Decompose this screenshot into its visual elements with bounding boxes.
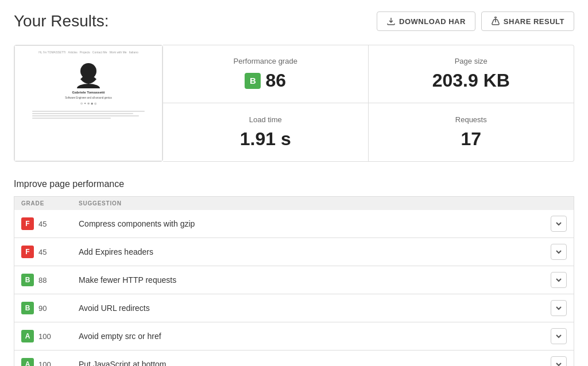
mockup-text-lines	[32, 111, 144, 119]
chevron-down-icon	[555, 305, 562, 312]
expand-button[interactable]	[551, 216, 567, 232]
table-row: B 90 Avoid URL redirects	[14, 294, 574, 322]
page-title: Your Results:	[14, 12, 109, 30]
chevron-down-icon	[555, 277, 562, 283]
expand-button[interactable]	[551, 300, 567, 316]
suggestion-text: Add Expires headers	[79, 247, 551, 256]
mockup-subtitle: Software Engineer and all-around genius	[65, 96, 112, 99]
table-row: F 45 Add Expires headers	[14, 238, 574, 266]
download-icon	[386, 17, 396, 26]
row-grade-badge: F	[21, 246, 34, 258]
row-grade-badge: F	[21, 217, 34, 230]
row-score: 90	[38, 304, 47, 313]
table-row: B 88 Make fewer HTTP requests	[14, 266, 574, 294]
improve-section: Improve page performance GRADE SUGGESTIO…	[14, 179, 574, 366]
grade-col: B 88	[21, 274, 79, 286]
table-header: GRADE SUGGESTION	[14, 196, 574, 210]
page-container: Your Results: DOWNLOAD HAR SHARE RESULT	[0, 0, 588, 366]
profile-silhouette	[75, 59, 102, 88]
chevron-down-icon	[555, 361, 562, 366]
performance-grade-card: Performance grade B 86	[163, 45, 369, 103]
table-row: A 100 Put JavaScript at bottom	[14, 351, 574, 366]
suggestion-text: Avoid empty src or href	[79, 332, 551, 341]
suggestion-text: Compress components with gzip	[79, 219, 551, 228]
page-size-value: 203.9 KB	[432, 70, 510, 91]
row-grade-badge: A	[21, 330, 34, 342]
share-icon	[491, 17, 500, 26]
suggestion-text: Make fewer HTTP requests	[79, 275, 551, 285]
row-score: 45	[38, 220, 47, 228]
grade-col: A 100	[21, 358, 79, 366]
load-time-label: Load time	[249, 115, 282, 124]
svg-point-0	[77, 84, 100, 88]
grade-col: F 45	[21, 217, 79, 230]
grade-col: B 90	[21, 302, 79, 314]
mockup-social-icons: ⊙✦⊕◉◎	[80, 102, 96, 105]
expand-button[interactable]	[551, 272, 567, 288]
performance-grade-label: Performance grade	[234, 57, 297, 65]
requests-card: Requests 17	[369, 103, 574, 161]
load-time-card: Load time 1.91 s	[163, 103, 369, 161]
grade-col: F 45	[21, 246, 79, 258]
grade-col: A 100	[21, 330, 79, 342]
expand-button[interactable]	[551, 356, 567, 366]
results-row: Hi, I'm TOMASSETTI Articles Projects Con…	[14, 45, 574, 162]
table-row: F 45 Compress components with gzip	[14, 210, 574, 238]
suggestion-text: Put JavaScript at bottom	[79, 360, 551, 366]
row-score: 100	[38, 332, 51, 341]
metrics-grid: Performance grade B 86 Page size 203.9 K…	[163, 45, 574, 162]
header-buttons: DOWNLOAD HAR SHARE RESULT	[377, 11, 574, 31]
share-btn-label: SHARE RESULT	[504, 17, 564, 26]
performance-grade-value: B 86	[245, 70, 286, 91]
improve-title: Improve page performance	[14, 179, 574, 189]
header: Your Results: DOWNLOAD HAR SHARE RESULT	[14, 11, 574, 31]
grade-number: 86	[265, 70, 286, 91]
requests-value: 17	[461, 129, 481, 150]
col-header-suggestion: SUGGESTION	[79, 200, 567, 207]
website-mockup: Hi, I'm TOMASSETTI Articles Projects Con…	[14, 45, 163, 161]
mockup-name: Gabriele Tomassetti	[72, 91, 105, 94]
row-grade-badge: B	[21, 274, 34, 286]
svg-point-2	[83, 65, 89, 72]
screenshot-card: Hi, I'm TOMASSETTI Articles Projects Con…	[14, 45, 163, 162]
table-row: A 100 Avoid empty src or href	[14, 322, 574, 351]
row-grade-badge: A	[21, 358, 34, 366]
row-grade-badge: B	[21, 302, 34, 314]
load-time-value: 1.91 s	[240, 129, 291, 150]
page-size-card: Page size 203.9 KB	[369, 45, 574, 103]
download-har-button[interactable]: DOWNLOAD HAR	[377, 11, 475, 31]
download-btn-label: DOWNLOAD HAR	[399, 17, 466, 26]
grade-badge-b: B	[245, 73, 261, 89]
suggestion-text: Avoid URL redirects	[79, 303, 551, 313]
share-result-button[interactable]: SHARE RESULT	[481, 11, 574, 31]
requests-label: Requests	[455, 115, 487, 124]
chevron-down-icon	[555, 220, 562, 227]
page-size-label: Page size	[455, 57, 488, 65]
row-score: 100	[38, 360, 51, 367]
suggestions-list: F 45 Compress components with gzip F 45 …	[14, 210, 574, 366]
mockup-nav: Hi, I'm TOMASSETTI Articles Projects Con…	[18, 50, 158, 54]
expand-button[interactable]	[551, 328, 567, 344]
chevron-down-icon	[555, 248, 562, 255]
row-score: 88	[38, 276, 47, 285]
chevron-down-icon	[555, 333, 562, 340]
expand-button[interactable]	[551, 244, 567, 260]
row-score: 45	[38, 248, 47, 256]
col-header-grade: GRADE	[21, 200, 79, 207]
